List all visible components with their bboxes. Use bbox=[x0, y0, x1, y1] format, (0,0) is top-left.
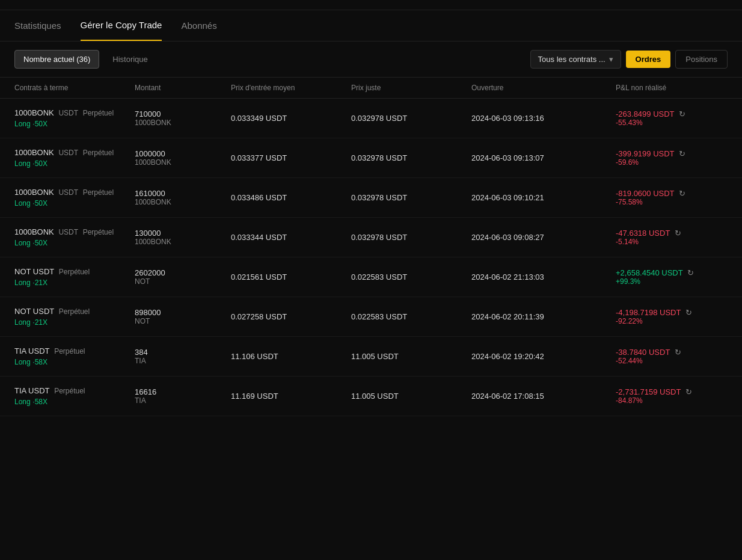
pnl-percent: -92.22% bbox=[616, 317, 742, 325]
contract-name: 1000BONK bbox=[14, 188, 54, 197]
contract-subtype: Perpétuel bbox=[83, 109, 114, 117]
current-button[interactable]: Nombre actuel (36) bbox=[14, 50, 99, 69]
chevron-down-icon: ▾ bbox=[609, 55, 613, 64]
contract-subtype: Perpétuel bbox=[83, 149, 114, 157]
amount-value: 1610000 bbox=[135, 189, 231, 198]
pnl-cell: -47.6318 USDT ↻ -5.14% bbox=[616, 229, 742, 246]
contract-cell: 1000BONK USDT Perpétuel Long ·50X bbox=[14, 108, 135, 128]
table-row: 1000BONK USDT Perpétuel Long ·50X 100000… bbox=[0, 138, 742, 178]
amount-cell: 1610000 1000BONK bbox=[135, 189, 231, 206]
entry-price-value: 11.169 USDT bbox=[231, 392, 278, 401]
fair-price-value: 0.032978 USDT bbox=[351, 193, 407, 202]
entry-price-value: 0.033344 USDT bbox=[231, 233, 287, 242]
pnl-percent: +99.3% bbox=[616, 277, 742, 286]
entry-price-cell: 0.027258 USDT bbox=[231, 312, 351, 321]
contract-cell: TIA USDT Perpétuel Long ·58X bbox=[14, 386, 135, 406]
open-time-cell: 2024-06-03 09:10:21 bbox=[471, 193, 616, 202]
nav-item-abonnes[interactable]: Abonnés bbox=[181, 11, 216, 40]
pnl-value: -263.8499 USDT bbox=[616, 109, 674, 118]
open-time-value: 2024-06-02 21:13:03 bbox=[471, 272, 544, 282]
contract-type: USDT bbox=[58, 228, 78, 236]
contract-direction: Long bbox=[14, 239, 31, 247]
fair-price-value: 11.005 USDT bbox=[351, 352, 399, 361]
orders-button[interactable]: Ordres bbox=[626, 51, 671, 68]
contract-leverage: ·58X bbox=[32, 398, 48, 406]
open-time-value: 2024-06-02 20:11:39 bbox=[471, 312, 544, 321]
refresh-icon[interactable]: ↻ bbox=[675, 229, 681, 238]
pnl-percent: -84.87% bbox=[616, 396, 742, 405]
contract-direction: Long bbox=[14, 358, 31, 366]
entry-price-cell: 11.169 USDT bbox=[231, 392, 351, 401]
contract-leverage: ·21X bbox=[32, 278, 48, 287]
contract-cell: TIA USDT Perpétuel Long ·58X bbox=[14, 346, 135, 366]
pnl-value: -819.0600 USDT bbox=[616, 189, 674, 198]
toolbar-left: Nombre actuel (36) Historique bbox=[14, 50, 156, 69]
entry-price-cell: 0.033486 USDT bbox=[231, 193, 351, 202]
pnl-cell: -263.8499 USDT ↻ -55.43% bbox=[616, 109, 742, 127]
entry-price-value: 0.021561 USDT bbox=[231, 272, 287, 282]
positions-button[interactable]: Positions bbox=[675, 50, 728, 69]
entry-price-cell: 0.033344 USDT bbox=[231, 233, 351, 242]
refresh-icon[interactable]: ↻ bbox=[685, 308, 692, 317]
open-time-cell: 2024-06-02 19:20:42 bbox=[471, 352, 616, 361]
contract-filter-dropdown[interactable]: Tous les contrats ... ▾ bbox=[530, 50, 621, 69]
col-header-amount: Montant bbox=[135, 84, 231, 92]
amount-value: 384 bbox=[135, 348, 231, 357]
fair-price-cell: 11.005 USDT bbox=[351, 392, 471, 401]
table-row: TIA USDT Perpétuel Long ·58X 16616 TIA 1… bbox=[0, 377, 742, 416]
amount-value: 1000000 bbox=[135, 149, 231, 158]
contract-type: USDT bbox=[58, 188, 78, 197]
refresh-icon[interactable]: ↻ bbox=[679, 149, 685, 158]
table-header: Contrats à terme Montant Prix d'entrée m… bbox=[0, 77, 742, 99]
amount-unit: NOT bbox=[135, 277, 231, 286]
contract-direction: Long bbox=[14, 318, 31, 327]
open-time-cell: 2024-06-02 20:11:39 bbox=[471, 312, 616, 321]
amount-unit: 1000BONK bbox=[135, 198, 231, 206]
entry-price-cell: 11.106 USDT bbox=[231, 352, 351, 361]
amount-unit: TIA bbox=[135, 396, 231, 405]
refresh-icon[interactable]: ↻ bbox=[679, 189, 685, 198]
amount-unit: TIA bbox=[135, 357, 231, 365]
pnl-cell: +2,658.4540 USDT ↻ +99.3% bbox=[616, 268, 742, 286]
fair-price-value: 0.022583 USDT bbox=[351, 272, 407, 282]
pnl-percent: -59.6% bbox=[616, 158, 742, 167]
fair-price-cell: 0.032978 USDT bbox=[351, 153, 471, 162]
contract-type: USDT bbox=[58, 149, 78, 157]
col-header-pnl: P&L non réalisé bbox=[616, 84, 742, 92]
contract-direction: Long bbox=[14, 199, 31, 208]
fair-price-cell: 0.032978 USDT bbox=[351, 114, 471, 123]
historic-button[interactable]: Historique bbox=[104, 51, 156, 68]
pnl-cell: -819.0600 USDT ↻ -75.58% bbox=[616, 189, 742, 206]
toolbar: Nombre actuel (36) Historique Tous les c… bbox=[0, 42, 742, 77]
contract-subtype: Perpétuel bbox=[83, 228, 114, 236]
refresh-icon[interactable]: ↻ bbox=[679, 109, 685, 118]
contract-name: TIA USDT bbox=[14, 346, 50, 355]
contract-leverage: ·58X bbox=[32, 358, 48, 366]
fair-price-cell: 0.022583 USDT bbox=[351, 272, 471, 282]
nav-item-gerer-copy-trade[interactable]: Gérer le Copy Trade bbox=[81, 10, 162, 41]
contract-leverage: ·50X bbox=[32, 199, 48, 208]
col-header-open: Ouverture bbox=[471, 84, 616, 92]
pnl-cell: -38.7840 USDT ↻ -52.44% bbox=[616, 348, 742, 365]
amount-cell: 16616 TIA bbox=[135, 387, 231, 405]
contract-leverage: ·50X bbox=[32, 120, 48, 128]
refresh-icon[interactable]: ↻ bbox=[675, 348, 681, 357]
fair-price-value: 0.032978 USDT bbox=[351, 233, 407, 242]
entry-price-value: 0.033349 USDT bbox=[231, 114, 287, 123]
amount-value: 710000 bbox=[135, 109, 231, 118]
pnl-value: -2,731.7159 USDT bbox=[616, 387, 681, 396]
entry-price-cell: 0.033377 USDT bbox=[231, 153, 351, 162]
refresh-icon[interactable]: ↻ bbox=[687, 268, 694, 277]
refresh-icon[interactable]: ↻ bbox=[685, 387, 692, 396]
open-time-cell: 2024-06-03 09:13:07 bbox=[471, 153, 616, 162]
table-row: 1000BONK USDT Perpétuel Long ·50X 130000… bbox=[0, 218, 742, 257]
contract-name: NOT USDT bbox=[14, 267, 54, 276]
contract-subtype: Perpétuel bbox=[59, 268, 90, 276]
amount-cell: 130000 1000BONK bbox=[135, 229, 231, 246]
fair-price-cell: 0.032978 USDT bbox=[351, 233, 471, 242]
pnl-percent: -75.58% bbox=[616, 198, 742, 206]
table-row: 1000BONK USDT Perpétuel Long ·50X 710000… bbox=[0, 99, 742, 138]
nav-item-statistiques[interactable]: Statistiques bbox=[14, 11, 61, 40]
amount-unit: 1000BONK bbox=[135, 158, 231, 167]
entry-price-value: 0.033486 USDT bbox=[231, 193, 287, 202]
